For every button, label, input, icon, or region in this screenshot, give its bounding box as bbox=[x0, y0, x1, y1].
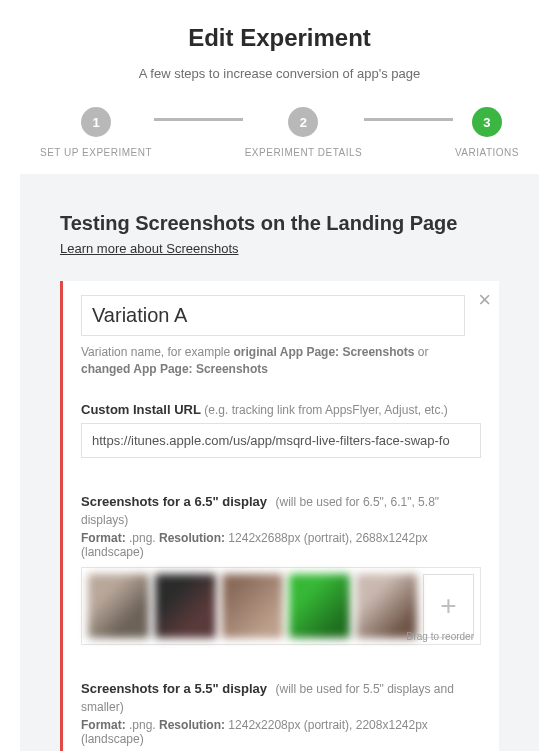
content-panel: Testing Screenshots on the Landing Page … bbox=[20, 174, 539, 751]
screenshots-65-block: Screenshots for a 6.5" display (will be … bbox=[81, 492, 481, 645]
step-1-circle[interactable]: 1 bbox=[81, 107, 111, 137]
screenshots-65-title: Screenshots for a 6.5" display bbox=[81, 494, 267, 509]
step-3-label: VARIATIONS bbox=[455, 147, 519, 158]
screenshot-thumb[interactable] bbox=[289, 574, 350, 638]
screenshots-65-container: + Drag to reorder bbox=[81, 567, 481, 645]
page-title: Edit Experiment bbox=[0, 24, 559, 52]
variation-name-hint: Variation name, for example original App… bbox=[81, 344, 481, 378]
step-2-circle[interactable]: 2 bbox=[288, 107, 318, 137]
step-2-label: EXPERIMENT DETAILS bbox=[245, 147, 363, 158]
drag-reorder-label: Drag to reorder bbox=[406, 631, 474, 642]
screenshots-65-format: Format: .png. Resolution: 1242x2688px (p… bbox=[81, 531, 481, 559]
screenshots-55-block: Screenshots for a 5.5" display (will be … bbox=[81, 679, 481, 751]
variation-name-input[interactable] bbox=[81, 295, 465, 336]
progress-stepper: 1 SET UP EXPERIMENT 2 EXPERIMENT DETAILS… bbox=[0, 107, 559, 158]
step-1-label: SET UP EXPERIMENT bbox=[40, 147, 152, 158]
screenshot-thumb[interactable] bbox=[155, 574, 216, 638]
screenshots-55-format: Format: .png. Resolution: 1242x2208px (p… bbox=[81, 718, 481, 746]
step-connector bbox=[154, 118, 243, 121]
step-connector bbox=[364, 118, 453, 121]
section-title: Testing Screenshots on the Landing Page bbox=[60, 212, 499, 235]
close-icon[interactable]: × bbox=[478, 289, 491, 311]
custom-url-label: Custom Install URL (e.g. tracking link f… bbox=[81, 402, 481, 417]
custom-url-input[interactable] bbox=[81, 423, 481, 458]
step-3-circle[interactable]: 3 bbox=[472, 107, 502, 137]
learn-more-link[interactable]: Learn more about Screenshots bbox=[60, 241, 239, 256]
screenshot-thumb[interactable] bbox=[88, 574, 149, 638]
screenshot-thumb[interactable] bbox=[356, 574, 417, 638]
add-screenshot-button[interactable]: + bbox=[423, 574, 474, 638]
page-subtitle: A few steps to increase conversion of ap… bbox=[0, 66, 559, 81]
screenshot-thumb[interactable] bbox=[222, 574, 283, 638]
screenshots-55-title: Screenshots for a 5.5" display bbox=[81, 681, 267, 696]
variation-card: × Variation name, for example original A… bbox=[60, 281, 499, 751]
